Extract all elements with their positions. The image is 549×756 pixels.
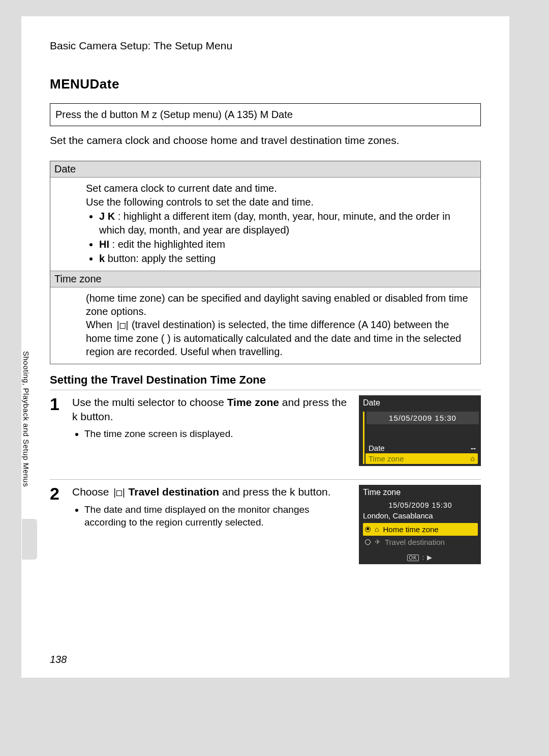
lcd-option-timezone-selected: Time zone ⌂ <box>365 453 478 464</box>
lcd-option-label: Home time zone <box>383 525 438 534</box>
lcd-footer-hint: OK : ▶ <box>359 551 481 564</box>
text-span: When <box>86 319 115 330</box>
step-bullet: The date and time displayed on the monit… <box>84 503 350 529</box>
lcd-location: London, Casablanca <box>363 510 478 523</box>
lcd-option-value: -- <box>471 444 476 452</box>
bullet: k button: apply the setting <box>99 252 474 265</box>
manual-page: Basic Camera Setup: The Setup Menu MENUD… <box>21 16 509 678</box>
procedure-heading: Setting the Travel Destination Time Zone <box>50 373 481 387</box>
running-header: Basic Camera Setup: The Setup Menu <box>21 16 509 52</box>
plane-icon <box>375 538 381 546</box>
lcd-option-date: Date -- <box>367 443 479 453</box>
lcd-travel-destination: Travel destination <box>363 536 478 548</box>
lcd-option-label: Time zone <box>369 454 404 463</box>
lcd-screenshot-date: Date 15/05/2009 15:30 Date -- Time zone … <box>359 395 481 466</box>
def-timezone-header: Time zone <box>50 271 480 287</box>
step-content: Choose Travel destination and press the … <box>72 485 350 564</box>
steps-list: 1 Use the multi selector to choose Time … <box>50 390 481 577</box>
text-span: Use the multi selector to choose <box>72 396 227 408</box>
control-key: J K <box>99 211 115 222</box>
lcd-body: 15/05/2009 15:30 London, Casablanca ⌂ Ho… <box>359 499 481 551</box>
step-number: 2 <box>50 485 63 564</box>
bullet: J K : highlight a different item (day, m… <box>99 210 474 237</box>
bullet: HI : edit the highlighted item <box>99 238 474 251</box>
intro-text: Set the camera clock and choose home and… <box>50 133 481 148</box>
text-line: (home time zone) can be specified and da… <box>86 292 474 318</box>
ok-badge-icon: OK <box>407 555 418 561</box>
menu-prefix: MENU <box>50 76 90 92</box>
step-content: Use the multi selector to choose Time zo… <box>72 395 350 466</box>
home-icon: ⌂ <box>471 454 475 462</box>
arrow-icon: : ▶ <box>420 554 433 561</box>
step-2: 2 Choose Travel destination and press th… <box>50 479 481 577</box>
lcd-home-timezone-selected: ⌂ Home time zone <box>363 523 478 536</box>
home-icon: ⌂ <box>375 525 379 533</box>
bullet-text: : highlight a different item (day, month… <box>99 211 450 235</box>
definitions-table: Date Set camera clock to current date an… <box>50 161 481 364</box>
bullet-text: : edit the highlighted item <box>109 239 225 250</box>
navigation-path-box: Press the d button M z (Setup menu) (A 1… <box>50 103 481 126</box>
lcd-datetime: 15/05/2009 15:30 <box>367 412 479 424</box>
def-date-body: Set camera clock to current date and tim… <box>50 178 480 271</box>
travel-icon <box>112 486 126 498</box>
text-span: and press the k button. <box>219 486 330 498</box>
text-line: Use the following controls to set the da… <box>86 195 474 209</box>
lcd-body: 15/05/2009 15:30 Date -- Time zone ⌂ <box>363 412 479 464</box>
emphasized: Time zone <box>227 396 279 408</box>
section-title: MENUDate <box>21 52 509 97</box>
text-line: Set camera clock to current date and tim… <box>86 182 474 195</box>
radio-icon <box>365 539 371 545</box>
lcd-datetime: 15/05/2009 15:30 <box>363 500 478 510</box>
text-span: Choose <box>72 486 112 498</box>
control-key: HI <box>99 239 109 250</box>
step-bullet: The time zone screen is displayed. <box>84 427 350 440</box>
lcd-title: Time zone <box>359 485 481 499</box>
title-word: Date <box>90 76 119 92</box>
lcd-option-label: Date <box>369 444 385 452</box>
radio-icon <box>365 527 371 532</box>
emphasized: Travel destination <box>126 486 219 498</box>
def-timezone-body: (home time zone) can be specified and da… <box>50 287 480 364</box>
lcd-title: Date <box>359 395 481 410</box>
step-number: 1 <box>50 395 63 466</box>
control-key: k <box>99 253 105 264</box>
lcd-screenshot-timezone: Time zone 15/05/2009 15:30 London, Casab… <box>359 485 481 564</box>
def-date-header: Date <box>50 161 480 178</box>
text-span: (travel destination) is selected, the ti… <box>86 319 461 357</box>
side-section-label: Shooting, Playback and Setup Menus <box>22 351 30 504</box>
side-thumb-tab <box>22 519 37 560</box>
step-1: 1 Use the multi selector to choose Time … <box>50 390 481 479</box>
bullet-text: button: apply the setting <box>105 253 216 264</box>
lcd-option-label: Travel destination <box>385 538 445 546</box>
page-number: 138 <box>50 654 67 665</box>
text-line: When (travel destination) is selected, t… <box>86 318 474 358</box>
travel-icon <box>115 319 129 330</box>
